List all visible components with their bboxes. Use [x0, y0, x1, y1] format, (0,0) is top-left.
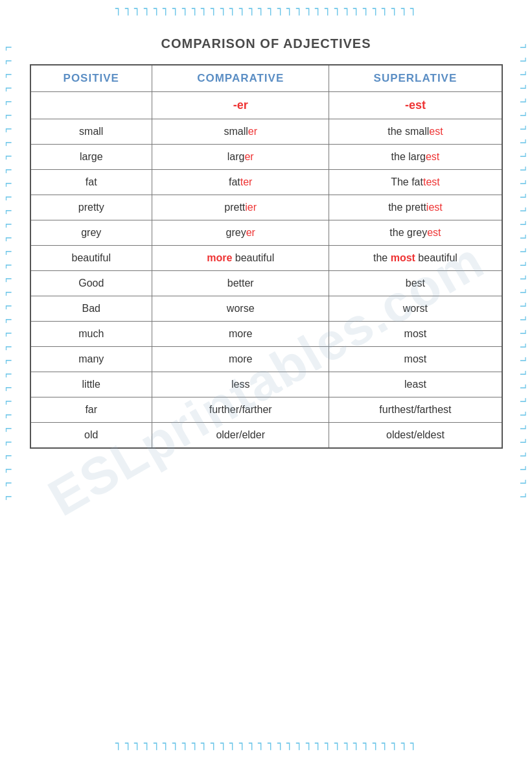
paperclip-left-10: ⌐: [5, 176, 12, 191]
cell-positive: Bad: [30, 296, 152, 322]
paperclip-left-15: ⌐: [5, 244, 12, 259]
bottom-border: (function() { var d = JSON.parse(documen…: [0, 727, 532, 758]
paperclip-left-28: ⌐: [5, 421, 12, 436]
cell-positive: pretty: [30, 195, 152, 220]
header-positive: POSITIVE: [30, 65, 152, 92]
cell-comparative: more: [152, 347, 329, 372]
paperclip-left-16: ⌐: [5, 258, 12, 272]
cell-superlative: the smallest: [329, 119, 502, 145]
paperclip-right-1: ⌐: [520, 54, 527, 68]
suffix-row: -er -est: [30, 92, 502, 119]
top-border: (function() { var d = JSON.parse(documen…: [0, 0, 532, 23]
cell-positive: beautiful: [30, 246, 152, 271]
paperclip-right-28: ⌐: [520, 421, 527, 436]
suffix-superlative: -est: [329, 92, 502, 119]
paperclip-left-4: ⌐: [5, 95, 12, 109]
cell-superlative: the greyest: [329, 220, 502, 246]
table-row: muchmoremost: [30, 322, 502, 347]
paperclip-left-18: ⌐: [5, 285, 12, 300]
paperclip-right-33: ⌐: [520, 490, 527, 504]
paperclip-right-15: ⌐: [520, 244, 527, 259]
paperclip-right-22: ⌐: [520, 340, 527, 354]
table-row: prettyprettierthe prettiest: [30, 195, 502, 220]
paperclip-right-0: ⌐: [520, 40, 527, 54]
table-row: manymoremost: [30, 347, 502, 372]
cell-positive: old: [30, 423, 152, 449]
paperclip-left-22: ⌐: [5, 340, 12, 354]
cell-superlative: the prettiest: [329, 195, 502, 220]
cell-comparative: less: [152, 372, 329, 397]
paperclip-left-25: ⌐: [5, 381, 12, 395]
table-row: smallsmallerthe smallest: [30, 119, 502, 145]
cell-positive: fat: [30, 170, 152, 195]
cell-comparative: smaller: [152, 119, 329, 145]
paperclip-right-8: ⌐: [520, 149, 527, 163]
paperclip-right-14: ⌐: [520, 231, 527, 245]
paperclip-right-5: ⌐: [520, 108, 527, 123]
paperclip-right-16: ⌐: [520, 258, 527, 272]
cell-comparative: more beautiful: [152, 246, 329, 271]
table-row: Goodbetterbest: [30, 271, 502, 296]
paperclip-right-23: ⌐: [520, 353, 527, 368]
table-row: beautifulmore beautifulthe most beautifu…: [30, 246, 502, 271]
paperclip-right-11: ⌐: [520, 190, 527, 204]
cell-superlative: the most beautiful: [329, 246, 502, 271]
paperclip-left-6: ⌐: [5, 122, 12, 136]
cell-positive: much: [30, 322, 152, 347]
paperclip-left-20: ⌐: [5, 313, 12, 327]
table-row: largelargerthe largest: [30, 145, 502, 170]
paperclip-right-32: ⌐: [520, 476, 527, 490]
cell-positive: small: [30, 119, 152, 145]
paperclip-right-29: ⌐: [520, 435, 527, 449]
suffix-comparative: -er: [152, 92, 329, 119]
paperclip-bottom-31: ⌐: [407, 742, 420, 751]
cell-superlative: furthest/farthest: [329, 397, 502, 423]
paperclip-left-0: ⌐: [5, 40, 12, 54]
right-border: (function() { var d = JSON.parse(documen…: [520, 39, 527, 719]
paperclip-left-31: ⌐: [5, 462, 12, 477]
header-comparative: COMPARATIVE: [152, 65, 329, 92]
paperclip-right-2: ⌐: [520, 67, 527, 82]
paperclip-right-7: ⌐: [520, 136, 527, 150]
cell-comparative: fatter: [152, 170, 329, 195]
suffix-positive: [30, 92, 152, 119]
paperclip-left-13: ⌐: [5, 217, 12, 231]
paperclip-right-21: ⌐: [520, 326, 527, 340]
paperclip-left-3: ⌐: [5, 81, 12, 95]
paperclip-right-27: ⌐: [520, 408, 527, 422]
paperclip-right-3: ⌐: [520, 81, 527, 95]
table-row: Badworseworst: [30, 296, 502, 322]
cell-comparative: worse: [152, 296, 329, 322]
paperclip-left-26: ⌐: [5, 394, 12, 409]
cell-comparative: older/elder: [152, 423, 329, 449]
cell-superlative: the largest: [329, 145, 502, 170]
cell-comparative: greyer: [152, 220, 329, 246]
paperclip-left-7: ⌐: [5, 136, 12, 150]
paperclip-left-23: ⌐: [5, 353, 12, 368]
cell-superlative: most: [329, 347, 502, 372]
paperclip-left-33: ⌐: [5, 490, 12, 504]
paperclip-right-9: ⌐: [520, 163, 527, 177]
cell-superlative: best: [329, 271, 502, 296]
paperclip-left-19: ⌐: [5, 299, 12, 313]
table-row: littlelessleast: [30, 372, 502, 397]
paperclip-left-29: ⌐: [5, 435, 12, 449]
paperclip-left-1: ⌐: [5, 54, 12, 68]
paperclip-right-10: ⌐: [520, 176, 527, 191]
paperclip-right-24: ⌐: [520, 367, 527, 381]
cell-comparative: prettier: [152, 195, 329, 220]
cell-positive: grey: [30, 220, 152, 246]
paperclip-top-31: ⌐: [407, 7, 420, 16]
header-row: POSITIVE COMPARATIVE SUPERLATIVE: [30, 65, 502, 92]
paperclip-right-12: ⌐: [520, 204, 527, 218]
left-border: (function() { var d = JSON.parse(documen…: [5, 39, 12, 719]
paperclip-left-9: ⌐: [5, 163, 12, 177]
paperclip-left-5: ⌐: [5, 108, 12, 123]
main-content: COMPARISON OF ADJECTIVES POSITIVE COMPAR…: [30, 23, 503, 449]
paperclip-right-26: ⌐: [520, 394, 527, 409]
cell-comparative: better: [152, 271, 329, 296]
paperclip-right-13: ⌐: [520, 217, 527, 231]
paperclip-right-20: ⌐: [520, 313, 527, 327]
cell-positive: many: [30, 347, 152, 372]
paperclip-right-19: ⌐: [520, 299, 527, 313]
